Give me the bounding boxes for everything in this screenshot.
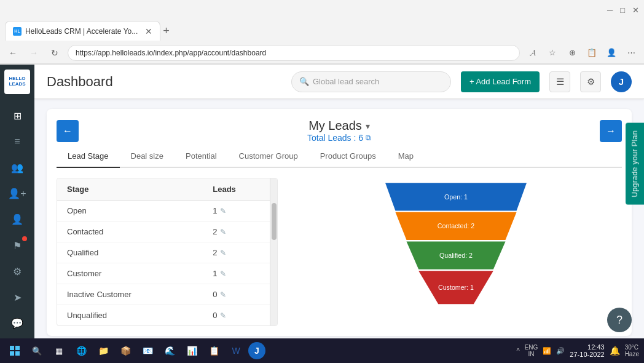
dashboard-card: ← My Leads ▾ Total Leads : 6 ⧉ → — [47, 109, 632, 336]
next-arrow-btn[interactable]: → — [600, 120, 622, 142]
settings-icon-btn[interactable]: ⚙ — [580, 71, 601, 92]
maximize-btn[interactable]: □ — [620, 6, 625, 15]
profile-icon[interactable]: 👤 — [603, 45, 619, 61]
prev-arrow-btn[interactable]: ← — [57, 120, 79, 142]
scroll-thumb — [272, 203, 277, 240]
taskbar-avatar-btn[interactable]: J — [248, 342, 265, 359]
page-title: Dashboard — [47, 74, 113, 90]
dropdown-arrow-icon: ▾ — [366, 121, 370, 131]
send-icon: ➤ — [14, 292, 22, 303]
taskbar-explorer-btn[interactable]: 📁 — [93, 341, 113, 361]
content-area: ← My Leads ▾ Total Leads : 6 ⧉ → — [34, 99, 644, 363]
funnel-label-contacted: Contacted: 2 — [438, 222, 474, 229]
content-grid: Stage Leads Open 1 ✎ Contacted — [57, 178, 622, 326]
sidebar-item-users[interactable]: 👥 — [5, 156, 29, 179]
notification-badge — [22, 236, 27, 241]
tabs-bar: Lead Stage Deal size Potential Customer … — [57, 145, 622, 168]
table-row: Inactive Customer 0 ✎ — [57, 284, 277, 305]
taskbar-app2-btn[interactable]: 📧 — [138, 341, 157, 361]
browser-tab[interactable]: HL HelloLeads CRM | Accelerate Yo... ✕ — [5, 21, 160, 41]
taskbar-edge-btn[interactable]: 🌊 — [160, 341, 179, 361]
taskbar-sound-icon: 🔊 — [556, 347, 565, 355]
edit-icon[interactable]: ✎ — [220, 228, 226, 236]
taskbar-app1-btn[interactable]: 📦 — [116, 341, 135, 361]
taskbar-notification-btn[interactable]: 🔔 — [610, 346, 620, 356]
refresh-btn[interactable]: ↻ — [47, 45, 63, 61]
taskbar-search-btn[interactable]: 🔍 — [27, 341, 47, 361]
grid-icon: ⊞ — [14, 110, 22, 122]
bookmark-icon[interactable]: ☆ — [544, 45, 560, 61]
edit-icon[interactable]: ✎ — [220, 207, 226, 215]
sidebar-item-chat[interactable]: 💬 — [5, 312, 29, 335]
minimize-btn[interactable]: ─ — [607, 6, 613, 15]
leads-table-container: Stage Leads Open 1 ✎ Contacted — [57, 178, 278, 326]
table-row: Customer 1 ✎ — [57, 263, 277, 284]
back-btn[interactable]: ← — [5, 45, 21, 61]
tab-close-btn[interactable]: ✕ — [145, 26, 152, 36]
tab-product-groups[interactable]: Product Groups — [309, 145, 387, 168]
stage-count: 2 ✎ — [203, 221, 277, 242]
funnel-svg: Open: 1 Contacted: 2 Qualified: 2 — [367, 178, 545, 319]
leads-table: Stage Leads Open 1 ✎ Contacted — [57, 178, 277, 325]
sidebar-item-send[interactable]: ➤ — [5, 285, 29, 309]
taskbar-word-btn[interactable]: W — [226, 341, 246, 361]
extensions-icon[interactable]: ⊕ — [564, 45, 580, 61]
tab-deal-size[interactable]: Deal size — [120, 145, 175, 168]
stage-count: 2 ✎ — [203, 242, 277, 263]
taskbar-lang: ENGIN — [525, 344, 538, 357]
sidebar-item-filter[interactable]: ⚑ — [5, 234, 29, 257]
taskbar-right: ^ ENGIN 📶 🔊 12:43 27-10-2022 🔔 30°C Haze — [517, 343, 639, 358]
funnel-chart: Open: 1 Contacted: 2 Qualified: 2 — [290, 178, 622, 326]
stage-name: Contacted — [57, 221, 203, 242]
taskbar-chevron-up[interactable]: ^ — [517, 347, 520, 354]
total-leads-link[interactable]: Total Leads : 6 ⧉ — [307, 133, 371, 143]
top-header: Dashboard 🔍 Global lead search + Add Lea… — [34, 65, 644, 99]
tab-potential[interactable]: Potential — [175, 145, 228, 168]
search-bar[interactable]: 🔍 Global lead search — [291, 71, 451, 92]
collections-icon[interactable]: 📋 — [584, 45, 600, 61]
leads-dropdown[interactable]: My Leads ▾ — [308, 119, 370, 133]
funnel-label-qualified: Qualified: 2 — [439, 252, 473, 259]
sidebar-item-add-user[interactable]: 👤+ — [5, 182, 29, 205]
add-lead-btn[interactable]: + Add Lead Form — [461, 71, 540, 92]
start-menu-btn[interactable] — [5, 341, 25, 361]
funnel-label-customer: Customer: 1 — [438, 284, 474, 291]
read-mode-icon[interactable]: 𝓐 — [525, 45, 541, 61]
favicon: HL — [13, 27, 22, 36]
edit-icon[interactable]: ✎ — [220, 249, 226, 257]
sidebar-item-dashboard[interactable]: ⊞ — [5, 104, 29, 127]
edit-icon[interactable]: ✎ — [220, 269, 226, 278]
table-row: Contacted 2 ✎ — [57, 221, 277, 242]
tab-customer-group[interactable]: Customer Group — [228, 145, 309, 168]
user-avatar-btn[interactable]: J — [611, 71, 632, 92]
help-btn[interactable]: ? — [607, 308, 632, 332]
stage-count: 1 ✎ — [203, 201, 277, 221]
address-bar[interactable]: https://app.helloleads.io/index.php/app/… — [68, 45, 520, 61]
sidebar-item-settings[interactable]: ⚙ — [5, 260, 29, 283]
user-icon: 👤 — [11, 213, 23, 225]
sidebar-item-analytics[interactable]: ≡ — [5, 130, 29, 153]
stage-name: Customer — [57, 263, 203, 284]
taskbar-app3-btn[interactable]: 📊 — [182, 341, 202, 361]
edit-icon[interactable]: ✎ — [220, 311, 226, 320]
table-header-leads: Leads — [203, 178, 277, 201]
leads-header: ← My Leads ▾ Total Leads : 6 ⧉ → — [57, 119, 622, 143]
new-tab-btn[interactable]: + — [163, 25, 170, 38]
edit-icon[interactable]: ✎ — [220, 290, 226, 299]
settings-icon: ⚙ — [13, 266, 22, 277]
more-btn[interactable]: ⋯ — [623, 45, 639, 61]
upgrade-banner[interactable]: Upgrade your Plan — [626, 123, 644, 205]
close-btn[interactable]: ✕ — [632, 6, 639, 15]
forward-btn[interactable]: → — [26, 45, 42, 61]
table-row: Open 1 ✎ — [57, 201, 277, 221]
url-text: https://app.helloleads.io/index.php/app/… — [76, 49, 266, 57]
sidebar-item-profile[interactable]: 👤 — [5, 208, 29, 231]
menu-icon-btn[interactable]: ☰ — [549, 71, 570, 92]
scrollbar[interactable] — [270, 178, 277, 325]
taskbar-browser-btn[interactable]: 🌐 — [71, 341, 91, 361]
funnel-label-open: Open: 1 — [444, 193, 468, 201]
taskbar-widgets-btn[interactable]: ▦ — [49, 341, 69, 361]
taskbar-app4-btn[interactable]: 📋 — [204, 341, 224, 361]
tab-map[interactable]: Map — [387, 145, 425, 168]
tab-lead-stage[interactable]: Lead Stage — [57, 145, 120, 168]
